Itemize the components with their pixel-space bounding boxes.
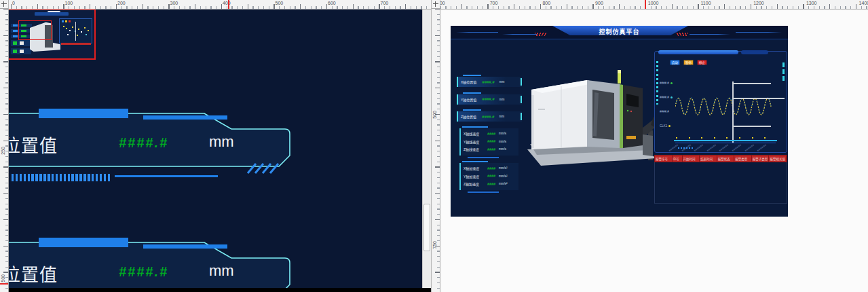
accel-row: Y轴加速度 #### mm/s²: [464, 172, 516, 181]
y-axis-label: CLK1: [660, 124, 671, 128]
widget-unit: mm: [499, 115, 504, 118]
accel-group-panel[interactable]: X轴加速度 #### mm/s² Y轴加速度 #### mm/s² Z轴加速度 …: [459, 163, 518, 190]
deco-bar-thin: [143, 244, 227, 249]
row-unit: mm/s: [499, 140, 506, 143]
vertical-scrollbar[interactable]: [422, 9, 431, 292]
position-value-widget-large[interactable]: 位置值 ####.# mm: [9, 237, 305, 292]
y-label-text: CLK1: [660, 124, 667, 128]
ruler-position-marker: [228, 0, 229, 9]
mini-title-bar: [35, 12, 69, 16]
position-widget[interactable]: X轴位置值 ####.# mm: [457, 77, 522, 87]
canvas-overview[interactable]: 控制仿真平台 X轴位置值 ####.# mm Y轴位置值 ####.#: [440, 9, 868, 292]
y-axis-label: ####.#: [660, 96, 673, 99]
alarm-table-header: 报警序号ID号开始时间结束时间报警状态报警类型报警子类型报警相关值: [654, 155, 787, 162]
x-tick-dot: [739, 137, 740, 139]
widget-label: X轴位置值: [461, 79, 476, 84]
x-tick-dot: [701, 137, 702, 139]
alarm-header-cell: 报警状态: [717, 156, 735, 162]
editor-pane-overview: 控制仿真平台 X轴位置值 ####.# mm Y轴位置值 ####.#: [431, 0, 868, 292]
widget-value: ####.#: [119, 264, 168, 280]
widget-value: ####.#: [482, 80, 494, 84]
row-label: X轴线速度: [464, 131, 484, 136]
position-widget[interactable]: Z轴位置值 ####.# mm: [457, 111, 522, 122]
scrollbar-thumb[interactable]: [423, 204, 430, 251]
chart-cursor-line[interactable]: [732, 81, 734, 143]
y-label-marker-dot: [668, 125, 671, 127]
alarm-table[interactable]: 报警序号ID号开始时间结束时间报警状态报警类型报警子类型报警相关值: [654, 155, 787, 204]
canvas-zoomed[interactable]: 位置值 ####.# mm: [9, 9, 422, 292]
mini-group: [11, 48, 31, 54]
ruler-label: 500: [1, 274, 5, 282]
legend-button[interactable]: 启动: [670, 60, 680, 65]
alarm-header-cell: 报警序号: [655, 156, 673, 162]
x-label-text: ##:##:##: [744, 143, 755, 152]
speed-rows: X轴线速度 #### mm/s Y轴线速度 #### mm/s Z轴线速度 ##…: [464, 130, 516, 153]
ruler-label: 500: [276, 1, 284, 5]
widget-label: 位置值: [9, 132, 58, 157]
chart-cursor-hline: [732, 83, 771, 84]
row-label: X轴加速度: [464, 166, 484, 170]
x-tick-dot: [676, 137, 677, 139]
dashboard[interactable]: 控制仿真平台 X轴位置值 ####.# mm Y轴位置值 ####.#: [451, 26, 788, 217]
navigator-viewport-rect[interactable]: [18, 20, 52, 40]
widget-unit: mm: [499, 80, 505, 84]
deco-bar-thick: [39, 238, 128, 247]
navigator-thumbnail[interactable]: [9, 9, 96, 60]
deco-bar-thin: [143, 115, 227, 120]
ruler-label: 0: [12, 1, 15, 5]
row-unit: mm/s²: [499, 182, 508, 185]
ruler-label: 900: [595, 1, 603, 5]
y-label-text: ####.#: [660, 110, 669, 113]
x-label-text: ##:##:##: [706, 143, 717, 152]
row-unit: mm/s²: [499, 175, 508, 178]
deco-underline: [115, 175, 218, 177]
accel-row: X轴加速度 #### mm/s²: [464, 164, 516, 172]
y-label-marker-dot: [671, 96, 673, 98]
row-unit: mm/s: [499, 132, 506, 135]
mini-chart: [59, 18, 92, 43]
legend-button[interactable]: 停止: [697, 60, 707, 65]
chart-header-bar-secondary: [741, 50, 768, 54]
ruler-horizontal-left: 0100200300400500600700: [0, 0, 431, 10]
y-axis-label: ####.#: [660, 110, 673, 113]
chart-panel[interactable]: 启动暂停停止 ####.# ####.# ####.#: [654, 51, 787, 153]
alarm-header-cell: 开始时间: [683, 156, 700, 162]
cnc-machine-image: [522, 68, 658, 170]
ruler-origin-crosshair-icon: [432, 0, 440, 9]
chart-legend: 启动暂停停止: [670, 60, 707, 65]
ruler-label: 700: [381, 1, 389, 5]
ruler-origin-crosshair-icon: [0, 0, 9, 9]
x-label-text: ##:##:##: [719, 143, 730, 152]
position-widget[interactable]: Y轴位置值 ####.# mm: [457, 94, 522, 105]
x-label-text: ##:##:##: [668, 143, 679, 152]
x-tick-dot: [726, 137, 728, 139]
ruler-label: 1200: [753, 1, 764, 5]
y-label-text: ####.#: [660, 81, 669, 85]
alarm-header-cell: ID号: [673, 156, 683, 162]
legend-button[interactable]: 暂停: [683, 60, 694, 65]
mini-alarm-bar: [61, 43, 91, 45]
dashboard-header: 控制仿真平台: [451, 26, 788, 39]
widget-label: Z轴位置值: [461, 114, 476, 119]
alarm-header-cell: 报警相关值: [769, 156, 787, 162]
x-tick-dot: [752, 137, 753, 139]
row-label: Z轴线速度: [464, 147, 484, 151]
mini-group: [11, 40, 31, 46]
ruler-label: 1000: [648, 1, 659, 5]
widget-value: ####.#: [482, 115, 494, 119]
position-value-widget-large[interactable]: 位置值 ####.# mm: [9, 108, 305, 188]
deco-bar-thick: [39, 109, 128, 118]
editor-pane-zoomed: 位置值 ####.# mm: [0, 0, 431, 292]
alarm-header-cell: 结束时间: [700, 156, 717, 162]
chart-x-axis: [674, 140, 777, 141]
editor-workspace: 位置值 ####.# mm: [0, 0, 868, 292]
chart-sub-marks: [678, 147, 694, 149]
canvas-bottom-edge: [0, 288, 431, 292]
speed-group-panel[interactable]: X轴线速度 #### mm/s Y轴线速度 #### mm/s Z轴线速度 ##…: [459, 128, 518, 156]
row-value: ####: [484, 147, 499, 151]
ruler-position-marker: [645, 0, 646, 9]
chart-header-bar: [658, 50, 738, 54]
ruler-label: 1400: [859, 1, 868, 5]
row-value: ####: [484, 132, 499, 136]
chart-cursor-hline: [732, 126, 771, 127]
